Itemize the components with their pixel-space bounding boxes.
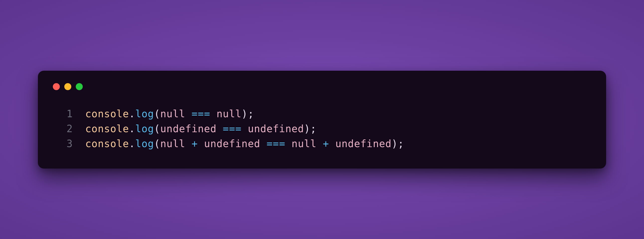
token: + (323, 138, 329, 149)
token (198, 138, 204, 149)
token: === (266, 138, 285, 149)
token: ( (154, 123, 160, 134)
token (185, 138, 192, 149)
close-icon[interactable] (53, 83, 60, 90)
token (285, 138, 292, 149)
token: undefined (335, 138, 392, 149)
line-number: 3 (53, 136, 75, 151)
token: === (192, 108, 210, 119)
token: . (129, 123, 135, 134)
token (329, 138, 335, 149)
line-number: 2 (53, 121, 75, 136)
token (216, 123, 223, 134)
token: ( (154, 138, 160, 149)
token (185, 108, 192, 119)
token: console (85, 123, 129, 134)
token: null (160, 108, 185, 119)
token: log (135, 138, 154, 149)
token: === (223, 123, 242, 134)
token: undefined (160, 123, 216, 134)
token (210, 108, 216, 119)
token: log (135, 123, 154, 134)
token: null (160, 138, 185, 149)
code-line: 3console.log(null + undefined === null +… (53, 136, 591, 151)
code-window: 1console.log(null === null);2console.log… (38, 71, 606, 169)
minimize-icon[interactable] (64, 83, 71, 90)
token: ); (392, 138, 404, 149)
token: null (216, 108, 242, 119)
window-titlebar (53, 83, 591, 90)
code-area: 1console.log(null === null);2console.log… (53, 106, 591, 151)
token (242, 123, 248, 134)
token: console (85, 138, 129, 149)
token: ); (304, 123, 316, 134)
token: undefined (204, 138, 260, 149)
token: undefined (248, 123, 304, 134)
code-content: console.log(null === null); (75, 106, 254, 121)
code-content: console.log(undefined === undefined); (75, 121, 316, 136)
token: . (129, 108, 135, 119)
code-content: console.log(null + undefined === null + … (75, 136, 404, 151)
code-line: 2console.log(undefined === undefined); (53, 121, 591, 136)
token: . (129, 138, 135, 149)
token: ); (242, 108, 254, 119)
token: log (135, 108, 154, 119)
line-number: 1 (53, 106, 75, 121)
token: console (85, 108, 129, 119)
code-line: 1console.log(null === null); (53, 106, 591, 121)
maximize-icon[interactable] (76, 83, 83, 90)
token (316, 138, 323, 149)
token: + (192, 138, 198, 149)
token: null (292, 138, 316, 149)
token: ( (154, 108, 160, 119)
token (260, 138, 266, 149)
